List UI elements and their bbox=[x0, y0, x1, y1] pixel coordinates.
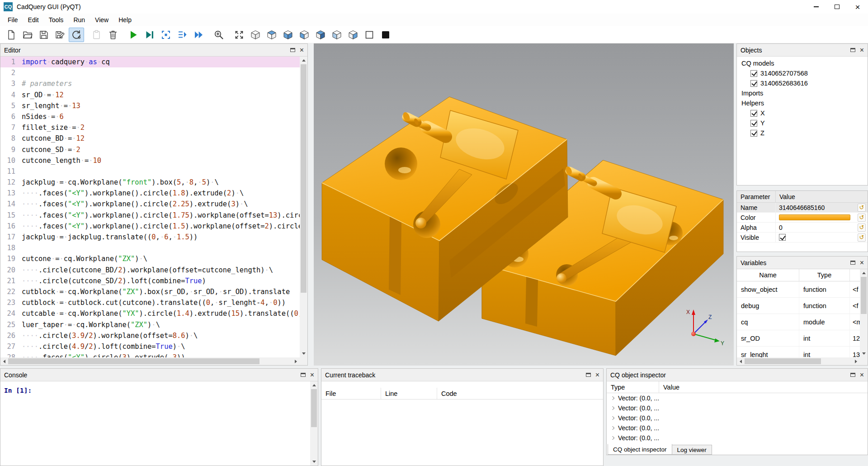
tree-item[interactable]: X bbox=[737, 108, 868, 118]
variable-row[interactable]: show_objectfunction<f bbox=[737, 281, 860, 298]
minimize-button[interactable] bbox=[806, 0, 826, 14]
shaded-button[interactable] bbox=[378, 28, 393, 42]
render-button[interactable] bbox=[69, 28, 84, 42]
editor-line[interactable]: 16····.faces("<Y").workplane().circle(1.… bbox=[0, 221, 300, 232]
view-back-button[interactable] bbox=[313, 28, 328, 42]
editor-line[interactable]: 25luer_taper·=·cq.Workplane("ZX")·\ bbox=[0, 319, 300, 330]
editor-line[interactable]: 4sr_OD·=·12 bbox=[0, 90, 300, 100]
close-panel-button[interactable]: × bbox=[860, 259, 864, 266]
checkbox[interactable] bbox=[779, 234, 786, 241]
chevron-right-icon[interactable] bbox=[611, 426, 614, 430]
editor-line[interactable]: 6nSides·=·6 bbox=[0, 111, 300, 122]
save-button[interactable] bbox=[36, 28, 52, 42]
checkbox[interactable] bbox=[750, 80, 757, 87]
float-panel-button[interactable] bbox=[290, 48, 295, 52]
scroll-down-arrow[interactable] bbox=[310, 458, 318, 466]
scroll-up-arrow[interactable] bbox=[310, 381, 318, 389]
scrollbar-thumb[interactable] bbox=[745, 358, 821, 364]
tree-root-imports[interactable]: Imports bbox=[737, 88, 868, 98]
variable-row[interactable]: cqmodule<m bbox=[737, 314, 860, 330]
scroll-left-arrow[interactable] bbox=[0, 357, 8, 365]
file-column-header[interactable]: File bbox=[321, 388, 381, 399]
tree-item[interactable]: Y bbox=[737, 118, 868, 128]
close-button[interactable]: × bbox=[847, 0, 868, 14]
chevron-right-icon[interactable] bbox=[611, 396, 614, 400]
editor-line[interactable]: 24cutcable·=·cq.Workplane("YX").circle(1… bbox=[0, 308, 300, 319]
editor-line[interactable]: 14····.faces("<Y").workplane().circle(2.… bbox=[0, 199, 300, 209]
property-row[interactable]: Alpha0↺ bbox=[737, 223, 868, 233]
editor-line[interactable]: 27····.circle(4.9/2).loft(combine=True)·… bbox=[0, 341, 300, 352]
property-row[interactable]: Color↺ bbox=[737, 213, 868, 223]
scrollbar-thumb[interactable] bbox=[8, 358, 259, 364]
new-file-button[interactable] bbox=[4, 28, 19, 42]
tree-root-cq-models[interactable]: CQ models bbox=[737, 58, 868, 68]
inspector-row[interactable]: Vector: (0.0, ... bbox=[607, 403, 868, 413]
tab-cq-object-inspector[interactable]: CQ object inspector bbox=[608, 444, 672, 455]
variables-horizontal-scrollbar[interactable] bbox=[737, 357, 860, 365]
editor-line[interactable]: 22cutblock·=·cq.Workplane("ZX").box(sr_O… bbox=[0, 286, 300, 297]
maximize-button[interactable] bbox=[826, 0, 847, 14]
checkbox[interactable] bbox=[750, 120, 757, 127]
viewport-3d[interactable]: X Z Y bbox=[314, 43, 734, 366]
save-as-button[interactable] bbox=[52, 28, 68, 42]
editor-line[interactable]: 20····.circle(cutcone_BD/2).workplane(of… bbox=[0, 265, 300, 276]
menu-file[interactable]: File bbox=[3, 15, 23, 25]
run-button[interactable] bbox=[126, 28, 141, 42]
view-right-button[interactable] bbox=[345, 28, 361, 42]
editor-vertical-scrollbar[interactable] bbox=[300, 57, 307, 357]
scroll-up-arrow[interactable] bbox=[860, 269, 868, 277]
scrollbar-thumb[interactable] bbox=[301, 64, 307, 293]
close-panel-button[interactable]: × bbox=[310, 371, 314, 379]
view-top-button[interactable] bbox=[264, 28, 279, 42]
editor-line[interactable]: 15····.faces("<Y").workplane().circle(1.… bbox=[0, 210, 300, 221]
menu-view[interactable]: View bbox=[90, 15, 113, 25]
scroll-up-arrow[interactable] bbox=[300, 57, 307, 64]
step-in-button[interactable] bbox=[158, 28, 174, 42]
inspector-row[interactable]: Vector: (0.0, ... bbox=[607, 423, 868, 433]
console-vertical-scrollbar[interactable] bbox=[310, 381, 318, 466]
delete-button[interactable] bbox=[105, 28, 121, 42]
variable-row[interactable]: debugfunction<f bbox=[737, 298, 860, 314]
menu-run[interactable]: Run bbox=[68, 15, 90, 25]
inspector-row[interactable]: Vector: (0.0, ... bbox=[607, 413, 868, 423]
tree-item[interactable]: Z bbox=[737, 128, 868, 138]
scroll-right-arrow[interactable] bbox=[852, 357, 860, 365]
editor-line[interactable]: 28····.faces("<Y").circle(3).extrude(-3)… bbox=[0, 352, 300, 357]
code-column-header[interactable]: Code bbox=[437, 388, 603, 399]
close-panel-button[interactable]: × bbox=[860, 47, 864, 54]
view-iso-button[interactable] bbox=[248, 28, 263, 42]
property-row[interactable]: Visible↺ bbox=[737, 233, 868, 243]
wireframe-button[interactable] bbox=[362, 28, 377, 42]
editor-line[interactable]: 19cutcone·=·cq.Workplane("ZX")·\ bbox=[0, 253, 300, 264]
zoom-fit-button[interactable] bbox=[211, 28, 226, 42]
scrollbar-thumb[interactable] bbox=[311, 389, 317, 427]
editor-line[interactable]: 26····.circle(3.9/2).workplane(offset=8.… bbox=[0, 330, 300, 341]
editor-line[interactable]: 21····.circle(cutcone_SD/2).loft(combine… bbox=[0, 276, 300, 286]
editor-line[interactable]: 13····.faces("<Y").workplane().circle(1.… bbox=[0, 188, 300, 199]
editor-line[interactable]: 8cutcone_BD·=·12 bbox=[0, 133, 300, 144]
view-bottom-button[interactable] bbox=[280, 28, 296, 42]
editor-line[interactable]: 11 bbox=[0, 166, 300, 177]
type-column-header[interactable]: Type bbox=[799, 269, 850, 281]
reset-button[interactable]: ↺ bbox=[858, 214, 866, 222]
tree-item[interactable]: 3140652707568 bbox=[737, 68, 868, 78]
fit-all-button[interactable] bbox=[231, 28, 247, 42]
chevron-right-icon[interactable] bbox=[611, 406, 614, 410]
step-over-button[interactable] bbox=[175, 28, 190, 42]
float-panel-button[interactable] bbox=[850, 48, 855, 52]
code-editor[interactable]: 1import·cadquery·as·cq23# parameters4sr_… bbox=[0, 57, 300, 357]
editor-line[interactable]: 12jackplug·=·cq.Workplane("front").box(5… bbox=[0, 177, 300, 188]
line-column-header[interactable]: Line bbox=[381, 388, 437, 399]
editor-line[interactable]: 17jackplug·=·jackplug.translate((0,·6,·1… bbox=[0, 232, 300, 243]
name-column-header[interactable]: Name bbox=[737, 269, 799, 281]
variables-vertical-scrollbar[interactable] bbox=[860, 269, 868, 357]
scrollbar-thumb[interactable] bbox=[861, 277, 867, 314]
reset-button[interactable]: ↺ bbox=[858, 204, 866, 212]
scroll-left-arrow[interactable] bbox=[737, 357, 745, 365]
float-panel-button[interactable] bbox=[301, 373, 306, 377]
float-panel-button[interactable] bbox=[850, 373, 855, 377]
debug-button[interactable] bbox=[142, 28, 157, 42]
editor-line[interactable]: 23cutblock·=·cutblock.cut(cutcone).trans… bbox=[0, 297, 300, 308]
variable-row[interactable]: sr_lenghtint13 bbox=[737, 347, 860, 357]
tree-item[interactable]: 3140652683616 bbox=[737, 78, 868, 88]
